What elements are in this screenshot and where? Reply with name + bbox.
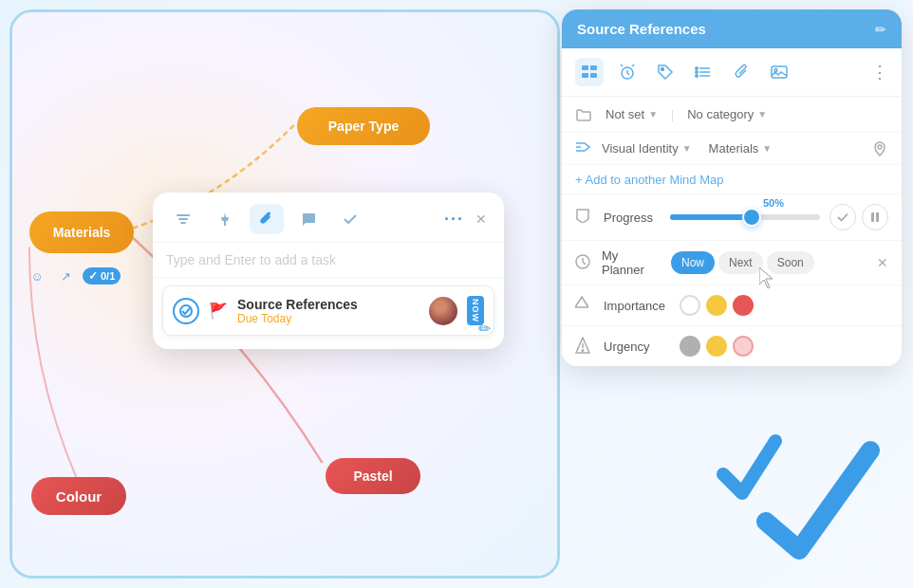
svg-point-18 — [878, 145, 882, 149]
progress-fill — [670, 214, 745, 220]
tab-chat[interactable] — [291, 204, 326, 234]
task-flag-icon: 🚩 — [209, 302, 228, 320]
node-colour[interactable]: Colour — [31, 477, 126, 515]
progress-pause-button[interactable] — [862, 204, 888, 230]
planner-close-button[interactable]: ✕ — [877, 255, 888, 270]
svg-rect-5 — [582, 73, 588, 78]
popup-edit-icon[interactable]: ✏ — [478, 320, 491, 338]
task-item[interactable]: 🚩 Source References Due Today NOW — [162, 285, 494, 336]
svg-rect-1 — [178, 218, 188, 220]
add-mindmap-link[interactable]: + Add to another Mind Map — [575, 173, 723, 187]
urgency-color-circles — [680, 336, 754, 357]
planner-row: My Planner Now Next Soon ✕ — [562, 241, 902, 285]
progress-confirm-button[interactable] — [829, 204, 856, 230]
svg-point-17 — [774, 69, 777, 72]
node-materials[interactable]: Materials — [29, 211, 134, 253]
panel-tool-alarm[interactable] — [613, 58, 642, 86]
svg-point-13 — [696, 67, 698, 69]
task-popup-header: ··· ✕ — [153, 193, 504, 243]
avatar-image — [429, 297, 457, 325]
no-category-dropdown[interactable]: No category ▼ — [681, 104, 773, 124]
dropdown-arrow-2: ▼ — [757, 109, 767, 119]
planner-next-button[interactable]: Next — [718, 251, 763, 274]
node-pastel[interactable]: Pastel — [326, 458, 420, 494]
svg-point-14 — [696, 71, 698, 73]
importance-row: Importance — [562, 285, 902, 326]
panel-tool-attachment[interactable] — [727, 58, 755, 86]
tab-attachment[interactable] — [250, 204, 284, 234]
planner-soon-button[interactable]: Soon — [767, 251, 814, 274]
materials-dropdown[interactable]: Materials ▼ — [703, 138, 778, 158]
importance-label: Importance — [604, 299, 670, 313]
panel-toolbar: ⋮ — [562, 48, 902, 97]
svg-point-28 — [582, 349, 584, 351]
tab-check[interactable] — [333, 204, 367, 234]
task-avatar — [429, 297, 457, 325]
progress-row: Progress 50% — [562, 194, 902, 241]
task-check-icon[interactable] — [173, 298, 199, 324]
panel-edit-icon[interactable]: ✏ — [875, 22, 886, 37]
importance-color-circles — [680, 295, 754, 316]
tab-pin[interactable] — [208, 204, 242, 234]
dropdown-arrow-3: ▼ — [682, 143, 692, 154]
progress-percent: 50% — [763, 197, 784, 209]
smiley-icon[interactable]: ☺ — [26, 265, 48, 287]
importance-circle-red[interactable] — [733, 295, 754, 316]
svg-line-24 — [583, 262, 586, 265]
progress-thumb[interactable] — [742, 208, 761, 227]
arrow-icon[interactable]: ↗ — [54, 265, 77, 287]
mindmap-area: Paper Type Materials ☺ ↗ ✓ 0/1 Pastel Co… — [9, 9, 560, 579]
right-panel: Source References ✏ ⋮ — [562, 9, 902, 366]
importance-circle-white[interactable] — [680, 295, 700, 316]
task-input-area[interactable]: Type and Enter to add a task — [153, 243, 504, 278]
progress-badge[interactable]: ✓ 0/1 — [83, 267, 121, 285]
popup-close-button[interactable]: ✕ — [472, 210, 491, 229]
panel-header: Source References ✏ — [562, 9, 902, 48]
planner-buttons: Now Next Soon — [671, 251, 814, 274]
task-title: Source References — [237, 297, 419, 312]
panel-title: Source References — [577, 21, 867, 37]
svg-point-15 — [696, 75, 698, 77]
dropdown-arrow-4: ▼ — [762, 143, 772, 154]
visual-identity-row: Visual Identity ▼ Materials ▼ — [562, 133, 902, 165]
task-list: 🚩 Source References Due Today NOW — [153, 278, 504, 349]
planner-label: My Planner — [602, 248, 663, 277]
panel-tool-details[interactable] — [575, 58, 604, 86]
panel-tool-tag[interactable] — [651, 58, 680, 86]
svg-rect-2 — [180, 222, 186, 224]
tab-filter[interactable] — [166, 204, 200, 234]
urgency-row: Urgency — [562, 326, 902, 366]
planner-now-button[interactable]: Now — [671, 251, 715, 274]
panel-tool-image[interactable] — [765, 58, 793, 86]
progress-actions — [829, 204, 888, 230]
panel-tool-list[interactable] — [689, 58, 717, 86]
progress-slider-container: 50% — [670, 214, 820, 220]
urgency-icon — [575, 337, 594, 357]
progress-label: Progress — [604, 211, 661, 225]
node-paper-type[interactable]: Paper Type — [297, 107, 430, 145]
svg-point-9 — [661, 68, 664, 71]
importance-circle-yellow[interactable] — [706, 295, 727, 316]
shuffle-icon — [575, 140, 590, 156]
urgency-circle-gray[interactable] — [680, 336, 700, 357]
not-set-dropdown[interactable]: Not set ▼ — [600, 104, 663, 124]
tab-more[interactable]: ··· — [444, 210, 464, 230]
svg-rect-21 — [876, 212, 879, 222]
add-mindmap-row: + Add to another Mind Map — [562, 165, 902, 194]
task-due-date: Due Today — [237, 312, 419, 325]
svg-rect-0 — [177, 214, 190, 216]
svg-point-3 — [180, 305, 192, 317]
materials-toolbar: ☺ ↗ ✓ 0/1 — [26, 265, 121, 287]
urgency-circle-yellow[interactable] — [706, 336, 727, 357]
svg-marker-19 — [577, 210, 588, 223]
visual-identity-dropdown[interactable]: Visual Identity ▼ — [596, 138, 698, 158]
svg-rect-4 — [582, 65, 588, 70]
folder-icon — [575, 108, 592, 121]
panel-tool-more[interactable]: ⋮ — [871, 62, 888, 83]
progress-track[interactable] — [670, 214, 820, 220]
urgency-circle-pink[interactable] — [733, 336, 754, 357]
progress-icon — [575, 208, 594, 227]
task-popup: ··· ✕ Type and Enter to add a task 🚩 Sou… — [153, 193, 504, 349]
checkmarks-decoration — [714, 398, 904, 569]
svg-rect-6 — [590, 65, 597, 70]
